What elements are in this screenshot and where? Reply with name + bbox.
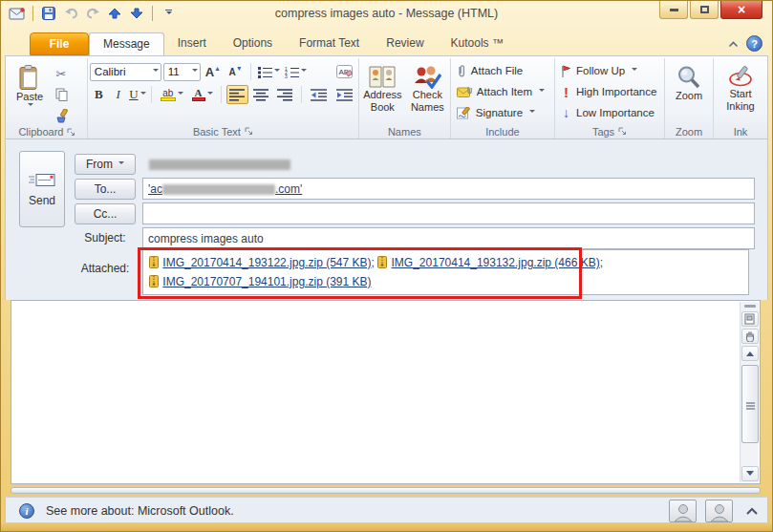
collapse-ribbon-icon[interactable]	[728, 37, 739, 51]
from-button[interactable]: From	[75, 154, 136, 175]
tags-group-label: Tags	[592, 126, 614, 138]
attachment-item[interactable]: IMG_20170707_194101.jpg.zip (391 KB)	[149, 275, 372, 288]
text-highlight-icon[interactable]: ab	[157, 85, 186, 104]
font-size-combo[interactable]: 11	[163, 63, 201, 81]
zoom-button[interactable]: Zoom	[667, 60, 711, 124]
attached-label: Attached:	[75, 262, 136, 275]
font-name-combo[interactable]: Calibri	[90, 63, 161, 81]
start-inking-icon	[728, 65, 754, 88]
align-left-icon[interactable]	[226, 85, 248, 104]
cut-icon[interactable]: ✂	[50, 64, 73, 83]
maximize-button[interactable]	[690, 1, 719, 19]
program-icon[interactable]	[9, 5, 26, 22]
high-importance-icon: !	[561, 84, 571, 100]
align-center-icon[interactable]	[250, 85, 272, 104]
signature-dropdown-arrow	[529, 110, 535, 116]
scrollbar-thumb[interactable]	[741, 365, 759, 443]
low-importance-button[interactable]: ↓ Low Importance	[557, 102, 662, 123]
tab-kutools[interactable]: Kutools ™	[438, 32, 517, 55]
subject-label: Subject:	[75, 231, 136, 245]
names-group-label: Names	[388, 126, 421, 138]
shrink-font-icon[interactable]: A▼	[225, 62, 247, 81]
info-text: See more about: Microsoft Outlook.	[46, 504, 234, 518]
cc-button[interactable]: Cc...	[75, 203, 136, 224]
ink-group-label: Ink	[734, 126, 748, 138]
body-scrollbar[interactable]	[740, 302, 759, 482]
copy-icon[interactable]	[50, 85, 73, 104]
attachment-item[interactable]: IMG_20170414_193122.jpg.zip (547 KB);	[149, 256, 377, 269]
low-importance-icon: ↓	[561, 105, 571, 120]
clear-formatting-icon[interactable]: AB	[332, 62, 356, 81]
bullets-icon[interactable]	[256, 62, 281, 81]
paperclip-icon	[457, 64, 466, 78]
check-names-icon	[413, 65, 441, 89]
scrollbar-track[interactable]	[741, 363, 759, 464]
format-painter-icon[interactable]	[50, 106, 73, 125]
basic-text-dialog-launcher-icon[interactable]	[245, 127, 253, 136]
tab-options[interactable]: Options	[220, 32, 286, 55]
numbering-icon[interactable]: 123	[283, 62, 310, 81]
qat-separator	[32, 6, 33, 21]
attached-field[interactable]: IMG_20170414_193122.jpg.zip (547 KB); IM…	[142, 249, 749, 295]
tab-format-text[interactable]: Format Text	[286, 32, 373, 55]
tab-review[interactable]: Review	[373, 32, 437, 55]
scroll-up-icon[interactable]	[741, 346, 759, 361]
follow-up-dropdown-arrow	[632, 68, 637, 74]
tags-dialog-launcher-icon[interactable]	[618, 127, 627, 136]
select-browse-object-icon[interactable]	[741, 311, 759, 327]
to-button[interactable]: To...	[75, 179, 136, 200]
high-importance-button[interactable]: ! High Importance	[557, 81, 662, 102]
redo-icon[interactable]	[84, 5, 101, 22]
subject-field[interactable]: compress images auto	[142, 227, 755, 249]
to-field[interactable]: 'ac.com'	[142, 178, 755, 200]
help-icon[interactable]: ?	[746, 35, 762, 52]
paste-button[interactable]: Paste	[10, 60, 50, 125]
pan-hand-icon[interactable]	[741, 329, 759, 344]
clipboard-group-label: Clipboard	[18, 126, 63, 138]
clipboard-dialog-launcher-icon[interactable]	[67, 128, 75, 137]
window-controls: ×	[657, 1, 762, 19]
signature-button[interactable]: Signature	[453, 102, 552, 123]
font-color-icon[interactable]: A	[188, 85, 216, 104]
group-tags: Follow Up ! High Importance ↓ Low Import…	[555, 58, 665, 138]
check-names-button[interactable]: Check Names	[406, 60, 448, 124]
outlook-message-window: compress images auto - Message (HTML) × …	[0, 0, 773, 532]
splitter-handle[interactable]	[744, 305, 756, 308]
to-recipient-value: 'ac.com'	[148, 182, 302, 196]
decrease-indent-icon[interactable]	[307, 85, 331, 104]
grow-font-icon[interactable]: A▲	[203, 62, 224, 81]
underline-icon[interactable]: U	[128, 85, 146, 104]
italic-icon[interactable]: I	[110, 85, 126, 104]
scroll-down-icon[interactable]	[741, 466, 759, 481]
follow-up-button[interactable]: Follow Up	[557, 60, 662, 81]
align-right-icon[interactable]	[274, 85, 296, 104]
cc-field[interactable]	[142, 202, 755, 224]
undo-icon[interactable]	[62, 5, 79, 22]
attach-file-button[interactable]: Attach File	[453, 60, 552, 81]
message-body[interactable]	[11, 300, 761, 484]
message-header-form: Send From To... 'ac.com' Cc... Subject: …	[5, 139, 768, 300]
start-inking-button[interactable]: Start Inking	[716, 60, 765, 124]
bold-icon[interactable]: B	[90, 85, 108, 104]
collapse-people-pane-icon[interactable]	[746, 504, 758, 518]
attachment-item[interactable]: IMG_20170414_193132.jpg.zip (466 KB);	[377, 256, 603, 269]
address-book-button[interactable]: Address Book	[360, 60, 404, 124]
save-icon[interactable]	[40, 5, 57, 22]
next-item-icon[interactable]	[128, 5, 145, 22]
send-button[interactable]: Send	[19, 151, 65, 227]
tab-message[interactable]: Message	[89, 32, 164, 55]
close-button[interactable]: ×	[720, 1, 762, 19]
people-pane-splitter[interactable]	[11, 487, 761, 494]
minimize-button[interactable]	[659, 1, 688, 19]
tab-file[interactable]: File	[30, 32, 89, 55]
contact-photo-placeholder[interactable]	[669, 500, 697, 522]
follow-up-flag-icon	[561, 65, 571, 77]
ribbon: Paste ✂ Clipboard	[5, 55, 768, 139]
attach-item-button[interactable]: Attach Item	[453, 81, 552, 102]
contact-photo-placeholder[interactable]	[705, 500, 733, 522]
magnifier-icon	[676, 65, 701, 90]
previous-item-icon[interactable]	[106, 5, 123, 22]
increase-indent-icon[interactable]	[333, 85, 356, 104]
tab-insert[interactable]: Insert	[164, 32, 220, 55]
group-zoom: Zoom Zoom	[665, 58, 714, 138]
